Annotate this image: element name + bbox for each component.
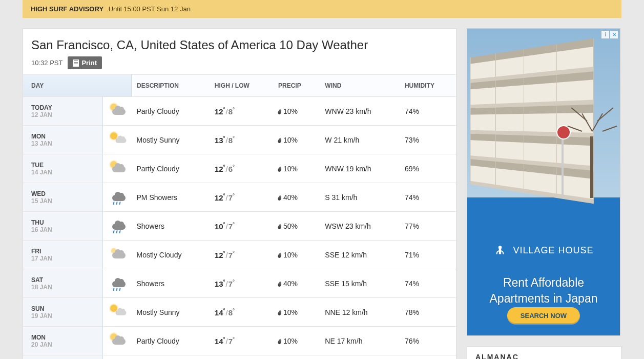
precip-cell: 40%: [273, 269, 320, 298]
highlow-cell: 12°/7°: [210, 183, 273, 212]
ad-search-button[interactable]: SEARCH NOW: [507, 307, 580, 324]
advisory-until: Until 15:00 PST Sun 12 Jan: [109, 5, 191, 13]
partly-cloudy-icon: [108, 333, 127, 347]
precip-drop-icon: [278, 109, 282, 114]
day-label: SUN: [31, 305, 97, 312]
day-date: 12 JAN: [31, 111, 97, 118]
precip-drop-icon: [278, 137, 282, 143]
print-label: Print: [81, 59, 97, 67]
forecast-table: DAY DESCRIPTION HIGH / LOW PRECIP WIND H…: [23, 74, 456, 359]
precip-cell: 50%: [273, 212, 320, 241]
day-date: 19 JAN: [31, 312, 97, 320]
day-date: 16 JAN: [31, 226, 97, 233]
day-label: TUE: [31, 162, 97, 169]
forecast-row[interactable]: WED15 JANPM Showers12°/7°40%S 31 km/h74%: [23, 183, 456, 212]
mostly-cloudy-icon: [108, 247, 127, 261]
ad-info-icon[interactable]: i: [601, 31, 609, 38]
wind-cell: WNW 23 km/h: [320, 97, 400, 126]
ad-close-icon[interactable]: ✕: [610, 31, 618, 38]
humidity-cell: 76%: [400, 327, 456, 355]
day-date: 15 JAN: [31, 197, 97, 205]
day-date: 14 JAN: [31, 169, 97, 176]
col-description: DESCRIPTION: [132, 75, 210, 97]
ad-logo-icon: [493, 244, 507, 257]
day-label: WED: [31, 190, 97, 197]
humidity-cell: 71%: [400, 241, 456, 269]
forecast-row[interactable]: FRI17 JANMostly Cloudy12°/7°10%SSE 12 km…: [23, 241, 456, 269]
humidity-cell: 69%: [400, 154, 456, 183]
wind-cell: WSW 23 km/h: [320, 212, 400, 241]
showers-icon: [108, 276, 127, 289]
mostly-sunny-icon: [108, 132, 127, 146]
partly-cloudy-icon: [108, 161, 127, 174]
advisory-banner[interactable]: HIGH SURF ADVISORY Until 15:00 PST Sun 1…: [23, 0, 621, 18]
precip-cell: 10%: [273, 327, 320, 355]
forecast-row[interactable]: MON13 JANMostly Sunny13°/8°10%W 21 km/h7…: [23, 126, 456, 154]
col-highlow: HIGH / LOW: [210, 75, 273, 97]
forecast-row[interactable]: TUE14 JANPartly Cloudy12°/6°10%WNW 19 km…: [23, 154, 456, 183]
day-label: THU: [31, 219, 97, 226]
mostly-sunny-icon: [108, 305, 127, 318]
wind-cell: SSE 12 km/h: [320, 241, 400, 269]
col-day: DAY: [23, 75, 132, 97]
day-label: MON: [31, 334, 97, 341]
highlow-cell: 12°/6°: [210, 154, 273, 183]
col-precip: PRECIP: [273, 75, 320, 97]
highlow-cell: 14°/7°: [210, 327, 273, 355]
day-label: TODAY: [31, 104, 97, 111]
precip-drop-icon: [278, 166, 282, 172]
precip-drop-icon: [278, 252, 282, 258]
forecast-row[interactable]: THU16 JANShowers10°/7°50%WSW 23 km/h77%: [23, 212, 456, 241]
sidebar-ad[interactable]: i ✕ VILLAGE HOUSE Rent Affordable Apartm…: [467, 28, 620, 336]
description-cell: Showers: [132, 269, 210, 298]
highlow-cell: 12°/8°: [210, 97, 273, 126]
description-cell: PM Showers: [132, 183, 210, 212]
description-cell: Partly Cloudy: [132, 327, 210, 355]
forecast-card: San Francisco, CA, United States of Amer…: [23, 28, 456, 359]
current-time: 10:32 PST: [31, 59, 63, 67]
description-cell: Partly Cloudy: [132, 97, 210, 126]
description-cell: Mostly Sunny: [132, 126, 210, 154]
day-date: 13 JAN: [31, 140, 97, 147]
precip-cell: 10%: [273, 97, 320, 126]
highlow-cell: 10°/7°: [210, 212, 273, 241]
wind-cell: W 21 km/h: [320, 126, 400, 154]
day-date: 20 JAN: [31, 341, 97, 348]
highlow-cell: 13°/7°: [210, 269, 273, 298]
forecast-row[interactable]: TUE21 JANAM Showers14°/8°40%NNE 17 km/h7…: [23, 355, 456, 360]
wind-cell: S 31 km/h: [320, 183, 400, 212]
humidity-cell: 73%: [400, 126, 456, 154]
day-label: FRI: [31, 248, 97, 255]
forecast-row[interactable]: TODAY12 JANPartly Cloudy12°/8°10%WNW 23 …: [23, 97, 456, 126]
ad-headline: Rent Affordable Apartments in Japan: [467, 275, 620, 307]
print-button[interactable]: Print: [68, 56, 102, 69]
wind-cell: NE 17 km/h: [320, 327, 400, 355]
forecast-row[interactable]: MON20 JANPartly Cloudy14°/7°10%NE 17 km/…: [23, 327, 456, 355]
description-cell: Mostly Cloudy: [132, 241, 210, 269]
precip-cell: 10%: [273, 241, 320, 269]
day-label: MON: [31, 133, 97, 140]
ad-tree-graphic: [569, 95, 615, 198]
precip-cell: 40%: [273, 355, 320, 360]
ad-sign-graphic: [562, 131, 564, 198]
forecast-row[interactable]: SUN19 JANMostly Sunny14°/8°10%NNE 12 km/…: [23, 298, 456, 327]
highlow-cell: 14°/8°: [210, 355, 273, 360]
showers-icon: [108, 190, 127, 203]
day-date: 18 JAN: [31, 284, 97, 291]
forecast-row[interactable]: SAT18 JANShowers13°/7°40%SSE 15 km/h74%: [23, 269, 456, 298]
highlow-cell: 12°/7°: [210, 241, 273, 269]
description-cell: Showers: [132, 212, 210, 241]
humidity-cell: 78%: [400, 355, 456, 360]
description-cell: Mostly Sunny: [132, 298, 210, 327]
wind-cell: NNE 12 km/h: [320, 298, 400, 327]
wind-cell: SSE 15 km/h: [320, 269, 400, 298]
partly-cloudy-icon: [108, 104, 127, 117]
description-cell: Partly Cloudy: [132, 154, 210, 183]
precip-drop-icon: [278, 310, 282, 315]
highlow-cell: 14°/8°: [210, 298, 273, 327]
ad-logo: VILLAGE HOUSE: [467, 244, 620, 257]
advisory-title: HIGH SURF ADVISORY: [31, 5, 103, 13]
wind-cell: WNW 19 km/h: [320, 154, 400, 183]
humidity-cell: 74%: [400, 183, 456, 212]
print-icon: [73, 59, 79, 67]
